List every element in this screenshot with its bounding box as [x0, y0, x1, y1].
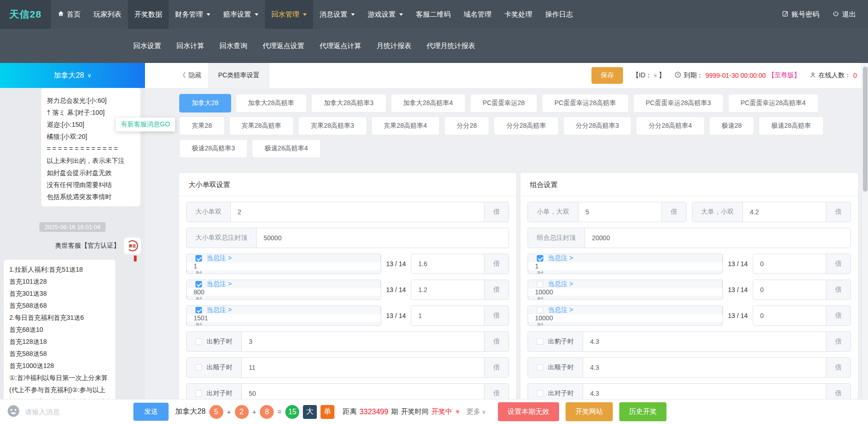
game-tab[interactable]: 加拿大28 [179, 94, 231, 112]
logout-button[interactable]: 退出 [832, 10, 856, 19]
smiley-icon[interactable] [6, 404, 20, 420]
game-tab[interactable]: 极速28高赔率3 [179, 139, 247, 158]
rate-row: 出对子时倍 [528, 383, 851, 399]
more-toggle[interactable]: 更多 ∨ [466, 407, 486, 416]
sub-nav-item[interactable]: 回水计算 [176, 42, 204, 50]
game-selector[interactable]: 加拿大28 ∨ [0, 63, 145, 88]
top-nav-item[interactable]: 财务管理 [169, 0, 217, 29]
checkbox[interactable] [537, 390, 543, 397]
checkbox[interactable] [537, 338, 543, 345]
top-nav-item[interactable]: 客服二维码 [409, 0, 457, 29]
rate-input[interactable] [187, 314, 381, 322]
sub-nav-item[interactable]: 回水设置 [133, 42, 161, 50]
game-tab[interactable]: 极速28高赔率4 [252, 139, 320, 158]
rate-input[interactable] [753, 306, 826, 325]
checkbox[interactable] [195, 338, 202, 345]
rate-input[interactable] [257, 228, 509, 248]
rate-input[interactable] [411, 280, 484, 299]
hide-sidebar-button[interactable]: 《 隐藏 [179, 71, 201, 80]
rate-input[interactable] [242, 332, 484, 351]
sub-nav-item[interactable]: 回水查询 [220, 42, 247, 50]
top-nav-item[interactable]: 首页 [51, 0, 87, 29]
rate-input[interactable] [187, 262, 381, 270]
scrollbar-thumb[interactable] [863, 67, 868, 192]
checkbox[interactable] [195, 364, 202, 371]
save-button[interactable]: 保存 [591, 67, 623, 84]
new-message-toast[interactable]: 有新客服消息GO [116, 118, 175, 131]
rate-input[interactable] [583, 358, 826, 377]
checkbox[interactable] [195, 255, 202, 262]
game-tab[interactable]: 极速28高赔率 [759, 117, 824, 135]
top-nav-item[interactable]: 消息设置 [313, 0, 361, 29]
main-scrollbar[interactable] [862, 63, 868, 399]
checkbox[interactable] [537, 255, 543, 262]
account-password-button[interactable]: 账号密码 [782, 10, 819, 19]
game-tab[interactable]: 极速28 [709, 117, 755, 135]
nav-item-label: 回水管理 [271, 10, 299, 19]
rate-input[interactable] [753, 254, 826, 274]
game-tab[interactable]: 宾果28高赔率4 [371, 117, 440, 135]
game-tab[interactable]: PC蛋蛋幸运28高赔率3 [633, 94, 723, 112]
draw-action-buttons: 设置本期无效 开奖网站 历史开奖 [498, 402, 667, 421]
rate-input[interactable] [528, 288, 723, 296]
checkbox[interactable] [195, 307, 202, 313]
send-button[interactable]: 发送 [133, 403, 169, 421]
rate-input[interactable] [743, 202, 826, 222]
avatar-logo: 奥世 [127, 240, 138, 251]
checkbox[interactable] [195, 281, 202, 287]
game-tab[interactable]: 分分28高赔率3 [563, 117, 631, 135]
input-group: 倍 [753, 254, 851, 274]
game-tab[interactable]: 分分28高赔率4 [636, 117, 704, 135]
top-nav-item[interactable]: 回水管理 [265, 0, 313, 29]
input-group: 倍 [411, 254, 509, 274]
rate-input[interactable] [411, 306, 484, 325]
game-tab[interactable]: 加拿大28高赔率3 [311, 94, 386, 112]
checkbox[interactable] [537, 307, 543, 313]
top-nav-item[interactable]: 操作日志 [539, 0, 579, 29]
rate-input[interactable] [585, 228, 850, 248]
top-nav-item[interactable]: 游戏设置 [361, 0, 409, 29]
game-tab[interactable]: 宾果28高赔率3 [298, 117, 366, 135]
rate-input[interactable] [242, 358, 484, 377]
game-tab[interactable]: 宾果28高赔率 [229, 117, 294, 135]
message-input[interactable] [25, 408, 129, 416]
rate-input[interactable] [187, 288, 381, 296]
top-nav-item[interactable]: 卡奖处理 [498, 0, 539, 29]
checkbox[interactable] [537, 281, 543, 287]
rate-input[interactable] [528, 262, 723, 270]
top-nav-item[interactable]: 赔率设置 [217, 0, 265, 29]
game-tab[interactable]: 分分28 [444, 117, 490, 135]
sub-nav-item[interactable]: 代理月统计报表 [427, 42, 475, 50]
top-navbar-right: 账号密码 退出 [782, 0, 868, 29]
page-tab[interactable]: PC类赔率设置 [208, 63, 270, 88]
top-nav-item[interactable]: 域名管理 [457, 0, 498, 29]
main-header-right: 保存 【ID： ✳ 】 到期： 9999-01-30 00:00:00 【至尊版… [591, 63, 868, 88]
draw-site-button[interactable]: 开奖网站 [566, 402, 613, 421]
checkbox-cell: 当总注 > [528, 306, 723, 314]
app-logo[interactable]: 天信28 [0, 0, 51, 29]
rate-input[interactable] [753, 280, 826, 299]
sub-nav-item[interactable]: 代理返点计算 [320, 42, 361, 50]
game-tab[interactable]: PC蛋蛋幸运28高赔率 [542, 94, 629, 112]
rate-input[interactable] [411, 254, 484, 274]
sub-nav-item[interactable]: 代理返点设置 [263, 42, 304, 50]
rate-input[interactable] [579, 202, 661, 222]
rate-input[interactable] [528, 314, 723, 322]
game-tab[interactable]: 分分28高赔率 [494, 117, 559, 135]
top-nav-item[interactable]: 开奖数据 [128, 0, 169, 29]
sub-nav-item[interactable]: 月统计报表 [377, 42, 411, 50]
draw-history-button[interactable]: 历史开奖 [619, 402, 667, 421]
game-tab[interactable]: PC蛋蛋幸运28高赔率4 [728, 94, 818, 112]
game-tab[interactable]: 加拿大28高赔率4 [391, 94, 465, 112]
game-tab[interactable]: PC蛋蛋幸运28 [470, 94, 537, 112]
top-nav-item[interactable]: 玩家列表 [87, 0, 128, 29]
rate-input[interactable] [583, 332, 826, 351]
checkbox[interactable] [195, 390, 202, 397]
rate-input[interactable] [231, 202, 484, 222]
rate-input[interactable] [583, 384, 826, 399]
game-tab[interactable]: 加拿大28高赔率 [236, 94, 307, 112]
checkbox[interactable] [537, 364, 543, 371]
invalidate-period-button[interactable]: 设置本期无效 [498, 402, 559, 421]
game-tab[interactable]: 宾果28 [179, 117, 225, 135]
rate-input[interactable] [242, 384, 484, 399]
